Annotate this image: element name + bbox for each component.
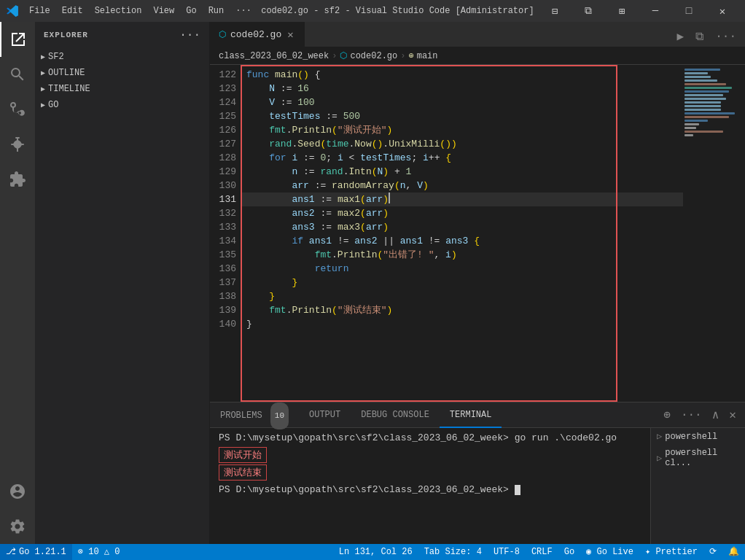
tab-bar: ⬡ code02.go ✕ ▶ ⧉ ··· — [210, 22, 745, 47]
panel-with-sidebar: PS D:\mysetup\gopath\src\sf2\class_2023_… — [210, 428, 745, 544]
menu-go[interactable]: Go — [180, 0, 202, 22]
status-prettier[interactable]: ✦ Prettier — [639, 544, 703, 560]
split-editor-icon[interactable]: ⧉ — [693, 27, 706, 47]
code-line-128: for i := 0; i < testTimes; i++ { — [241, 151, 683, 165]
status-bell[interactable]: 🔔 — [722, 544, 745, 560]
code-editor[interactable]: 122 123 124 125 126 127 128 129 130 131 … — [210, 65, 745, 402]
terminal-output-block: 测试开始 测试结束 — [219, 446, 641, 481]
code-line-138: } — [241, 289, 683, 303]
window-layout-icon[interactable]: ⊟ — [538, 0, 572, 22]
sidebar-item-outline[interactable]: ▶ OUTLINE — [35, 65, 209, 81]
activity-explorer[interactable] — [0, 22, 35, 57]
menu-edit[interactable]: Edit — [56, 0, 89, 22]
sidebar-go-label: GO — [48, 100, 58, 110]
terminal-shell-1-label: powershell — [665, 432, 717, 442]
breadcrumb-file[interactable]: ⬡ code02.go — [340, 50, 397, 61]
tab-label: code02.go — [230, 29, 281, 40]
code-line-139: fmt.Println("测试结束") — [241, 303, 683, 317]
panel-actions: ⊕ ··· ∧ ✕ — [660, 405, 745, 425]
sidebar-item-sf2[interactable]: ▶ SF2 — [35, 49, 209, 65]
activity-source-control[interactable] — [0, 92, 35, 127]
position-label: Ln 131, Col 26 — [339, 544, 413, 560]
terminal-icon-1: ▷ — [657, 431, 662, 442]
panel-tabs: PROBLEMS 10 OUTPUT DEBUG CONSOLE TERMINA… — [210, 402, 745, 428]
panel-tab-problems[interactable]: PROBLEMS 10 — [210, 402, 299, 428]
menu-selection[interactable]: Selection — [89, 0, 148, 22]
code-line-132: ans2 := max2(arr) — [241, 206, 683, 220]
panel-maximize-icon[interactable]: ∧ — [709, 405, 722, 425]
status-left: ⎇ Go 1.21.1 ⊗ 10 △ 0 — [0, 544, 125, 560]
activity-run-debug[interactable] — [0, 127, 35, 162]
terminal-content[interactable]: PS D:\mysetup\gopath\src\sf2\class_2023_… — [210, 428, 650, 544]
menu-run[interactable]: Run — [203, 0, 230, 22]
status-position[interactable]: Ln 131, Col 26 — [333, 544, 418, 560]
sidebar-title: EXPLORER — [44, 31, 88, 39]
line-numbers: 122 123 124 125 126 127 128 129 130 131 … — [210, 65, 241, 402]
status-language[interactable]: Go — [558, 544, 580, 560]
window-close[interactable]: ✕ — [706, 0, 739, 22]
activity-settings[interactable] — [0, 509, 35, 544]
window-minimize[interactable]: ─ — [639, 0, 672, 22]
code-line-125: testTimes := 500 — [241, 109, 683, 123]
window-more-icon[interactable]: ⊞ — [605, 0, 639, 22]
sidebar-sf2-label: SF2 — [48, 52, 64, 62]
panel-tab-output[interactable]: OUTPUT — [299, 402, 351, 428]
status-go-live[interactable]: ◉ Go Live — [580, 544, 639, 560]
breadcrumb-symbol[interactable]: ⊕ main — [408, 50, 437, 61]
terminal-output-line1: 测试开始 — [224, 450, 262, 461]
sync-icon: ⟳ — [709, 544, 717, 560]
menu-view[interactable]: View — [147, 0, 180, 22]
terminal-output-line2: 测试结束 — [224, 467, 262, 478]
go-live-label: ◉ Go Live — [586, 544, 633, 560]
menu-file[interactable]: File — [23, 0, 56, 22]
activity-search[interactable] — [0, 57, 35, 92]
code-line-135: fmt.Println("出错了! ", i) — [241, 248, 683, 262]
problems-label: PROBLEMS — [220, 411, 262, 421]
terminal-line-prompt2: PS D:\mysetup\gopath\src\sf2\class_2023_… — [219, 484, 641, 495]
window-maximize[interactable]: □ — [672, 0, 706, 22]
panel-tab-terminal[interactable]: TERMINAL — [440, 402, 502, 428]
sidebar-item-go[interactable]: ▶ GO — [35, 97, 209, 113]
go-file-icon: ⬡ — [219, 29, 226, 40]
code-line-134: if ans1 != ans2 || ans1 != ans3 { — [241, 234, 683, 248]
code-content[interactable]: func main() { N := 16 V := 100 testTimes… — [241, 65, 683, 402]
chevron-right-icon: ▶ — [41, 85, 45, 93]
add-terminal-icon[interactable]: ⊕ — [660, 405, 674, 425]
window-title: code02.go - sf2 - Visual Studio Code [Ad… — [257, 6, 538, 16]
code-line-130: arr := randomArray(n, V) — [241, 179, 683, 192]
tab-close-button[interactable]: ✕ — [286, 27, 295, 42]
status-branch[interactable]: ⎇ Go 1.21.1 — [0, 544, 72, 560]
terminal-prompt2: PS D:\mysetup\gopath\src\sf2\class_2023_… — [219, 484, 515, 495]
status-errors[interactable]: ⊗ 10 △ 0 — [72, 544, 126, 560]
status-bar: ⎇ Go 1.21.1 ⊗ 10 △ 0 Ln 131, Col 26 Tab … — [0, 544, 745, 560]
more-actions-icon[interactable]: ··· — [712, 27, 739, 46]
status-sync[interactable]: ⟳ — [703, 544, 722, 560]
breadcrumb-folder[interactable]: class_2023_06_02_week — [219, 51, 329, 61]
status-encoding[interactable]: UTF-8 — [488, 544, 526, 560]
menu-dots[interactable]: ··· — [230, 0, 257, 22]
terminal-icon-2: ▷ — [657, 453, 662, 464]
status-line-ending[interactable]: CRLF — [526, 544, 558, 560]
panel-tab-debug[interactable]: DEBUG CONSOLE — [351, 402, 440, 428]
run-icon[interactable]: ▶ — [674, 26, 687, 47]
panel-close-icon[interactable]: ✕ — [726, 405, 739, 425]
sidebar-more-icon[interactable]: ··· — [179, 28, 200, 42]
activity-account[interactable] — [0, 474, 35, 509]
terminal-shell-2[interactable]: ▷ powershell cl... — [651, 445, 745, 471]
sidebar: EXPLORER ··· ▶ SF2 ▶ OUTLINE ▶ TIMELINE … — [35, 22, 210, 544]
status-right: Ln 131, Col 26 Tab Size: 4 UTF-8 CRLF Go… — [333, 544, 745, 560]
code-line-140: } — [241, 317, 683, 331]
breadcrumb-sep1: › — [332, 51, 337, 61]
sidebar-item-timeline[interactable]: ▶ TIMELINE — [35, 81, 209, 97]
bell-icon: 🔔 — [728, 544, 739, 560]
panel-more-icon[interactable]: ··· — [678, 405, 705, 424]
prettier-label: ✦ Prettier — [645, 544, 698, 560]
editor-area: ⬡ code02.go ✕ ▶ ⧉ ··· class_2023_06_02_w… — [210, 22, 745, 544]
window-split-icon[interactable]: ⧉ — [572, 0, 605, 22]
terminal-shell-1[interactable]: ▷ powershell — [651, 428, 745, 445]
status-tab-size[interactable]: Tab Size: 4 — [418, 544, 488, 560]
git-branch-icon: ⎇ — [6, 544, 16, 560]
activity-extensions[interactable] — [0, 162, 35, 197]
tab-code02-go[interactable]: ⬡ code02.go ✕ — [210, 22, 305, 47]
tab-size-label: Tab Size: 4 — [424, 544, 482, 560]
